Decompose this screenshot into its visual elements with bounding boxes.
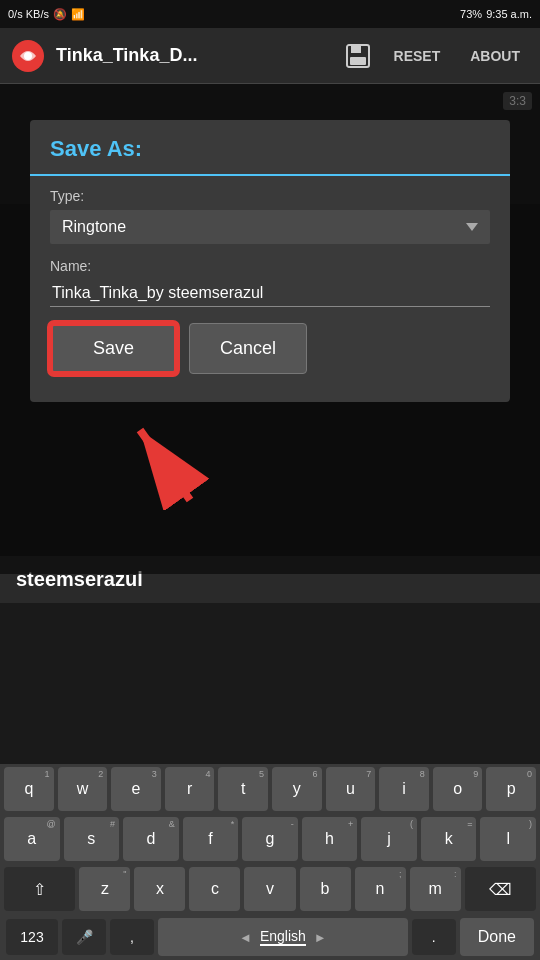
- key-main-label: p: [507, 780, 516, 798]
- svg-rect-4: [350, 57, 366, 65]
- key-done[interactable]: Done: [460, 918, 534, 956]
- reset-button[interactable]: RESET: [384, 42, 451, 70]
- key-num-label: =: [467, 819, 472, 829]
- name-input[interactable]: [50, 280, 490, 307]
- clock: 9:35 a.m.: [486, 8, 532, 20]
- key-d[interactable]: &d: [123, 817, 179, 861]
- keyboard-row-2: @a#s&d*f-g+h(j=k)l: [0, 814, 540, 864]
- mic-icon: 🎤: [76, 929, 93, 945]
- key-num-label: #: [110, 819, 115, 829]
- key-i[interactable]: 8i: [379, 767, 429, 811]
- status-bar: 0/s KB/s 🔕 📶 73% 9:35 a.m.: [0, 0, 540, 28]
- key-r[interactable]: 4r: [165, 767, 215, 811]
- signal-icon: 📶: [71, 8, 85, 21]
- done-label: Done: [478, 928, 516, 946]
- key-m[interactable]: :m: [410, 867, 461, 911]
- save-dialog: Save As: Type: Ringtone Name: Save Cance…: [30, 120, 510, 402]
- key-j[interactable]: (j: [361, 817, 417, 861]
- key-123[interactable]: 123: [6, 919, 58, 955]
- key-⌫[interactable]: ⌫: [465, 867, 536, 911]
- about-button[interactable]: ABOUT: [460, 42, 530, 70]
- key-num-label: 2: [98, 769, 103, 779]
- key-a[interactable]: @a: [4, 817, 60, 861]
- key-main-label: i: [402, 780, 406, 798]
- key-num-label: 5: [259, 769, 264, 779]
- key-main-label: c: [211, 880, 219, 898]
- key-k[interactable]: =k: [421, 817, 477, 861]
- key-p[interactable]: 0p: [486, 767, 536, 811]
- key-f[interactable]: *f: [183, 817, 239, 861]
- network-speed: 0/s KB/s: [8, 8, 49, 20]
- key-g[interactable]: -g: [242, 817, 298, 861]
- battery-level: 73%: [460, 8, 482, 20]
- key-h[interactable]: +h: [302, 817, 358, 861]
- type-label: Type:: [50, 188, 490, 204]
- period-label: .: [432, 929, 436, 945]
- keyboard-row-1: 1q2w3e4r5t6y7u8i9o0p: [0, 764, 540, 814]
- key-n[interactable]: ;n: [355, 867, 406, 911]
- key-main-label: b: [321, 880, 330, 898]
- key-e[interactable]: 3e: [111, 767, 161, 811]
- key-num-label: @: [46, 819, 55, 829]
- status-right: 73% 9:35 a.m.: [460, 8, 532, 20]
- key-mic[interactable]: 🎤: [62, 919, 106, 955]
- key-main-label: f: [208, 830, 212, 848]
- key-main-label: s: [87, 830, 95, 848]
- key-num-label: 7: [366, 769, 371, 779]
- key-b[interactable]: b: [300, 867, 351, 911]
- key-main-label: ⇧: [33, 880, 46, 899]
- key-period[interactable]: .: [412, 919, 456, 955]
- key-num-label: :: [454, 869, 457, 879]
- key-t[interactable]: 5t: [218, 767, 268, 811]
- app-logo-icon: [10, 38, 46, 74]
- key-num-label: 3: [152, 769, 157, 779]
- key-main-label: v: [266, 880, 274, 898]
- dialog-title: Save As:: [30, 120, 510, 176]
- type-value: Ringtone: [62, 218, 126, 236]
- key-x[interactable]: x: [134, 867, 185, 911]
- key-⇧[interactable]: ⇧: [4, 867, 75, 911]
- key-123-label: 123: [20, 929, 43, 945]
- dropdown-arrow-icon: [466, 223, 478, 231]
- key-y[interactable]: 6y: [272, 767, 322, 811]
- key-main-label: z: [101, 880, 109, 898]
- key-main-label: h: [325, 830, 334, 848]
- key-main-label: d: [146, 830, 155, 848]
- key-main-label: o: [453, 780, 462, 798]
- save-icon[interactable]: [342, 40, 374, 72]
- key-c[interactable]: c: [189, 867, 240, 911]
- key-s[interactable]: #s: [64, 817, 120, 861]
- key-main-label: l: [506, 830, 510, 848]
- dialog-body: Type: Ringtone Name: Save Cancel: [30, 176, 510, 386]
- dialog-buttons: Save Cancel: [50, 323, 490, 374]
- key-comma[interactable]: ,: [110, 919, 154, 955]
- key-o[interactable]: 9o: [433, 767, 483, 811]
- key-z[interactable]: "z: [79, 867, 130, 911]
- key-num-label: +: [348, 819, 353, 829]
- key-main-label: t: [241, 780, 245, 798]
- key-num-label: ): [529, 819, 532, 829]
- cancel-button[interactable]: Cancel: [189, 323, 307, 374]
- key-num-label: *: [231, 819, 235, 829]
- language-label: English: [260, 928, 306, 946]
- key-main-label: r: [187, 780, 192, 798]
- lang-right-icon: ►: [314, 930, 327, 945]
- app-bar: Tinka_Tinka_D... RESET ABOUT: [0, 28, 540, 84]
- key-v[interactable]: v: [244, 867, 295, 911]
- key-l[interactable]: )l: [480, 817, 536, 861]
- save-button[interactable]: Save: [50, 323, 177, 374]
- type-dropdown[interactable]: Ringtone: [50, 210, 490, 244]
- key-main-label: u: [346, 780, 355, 798]
- key-w[interactable]: 2w: [58, 767, 108, 811]
- key-num-label: (: [410, 819, 413, 829]
- key-main-label: j: [387, 830, 391, 848]
- key-space[interactable]: ◄ English ►: [158, 918, 408, 956]
- key-u[interactable]: 7u: [326, 767, 376, 811]
- key-q[interactable]: 1q: [4, 767, 54, 811]
- key-num-label: &: [169, 819, 175, 829]
- key-num-label: ": [123, 869, 126, 879]
- key-main-label: m: [428, 880, 441, 898]
- svg-point-1: [24, 52, 32, 60]
- key-num-label: -: [291, 819, 294, 829]
- keyboard: 1q2w3e4r5t6y7u8i9o0p @a#s&d*f-g+h(j=k)l …: [0, 764, 540, 960]
